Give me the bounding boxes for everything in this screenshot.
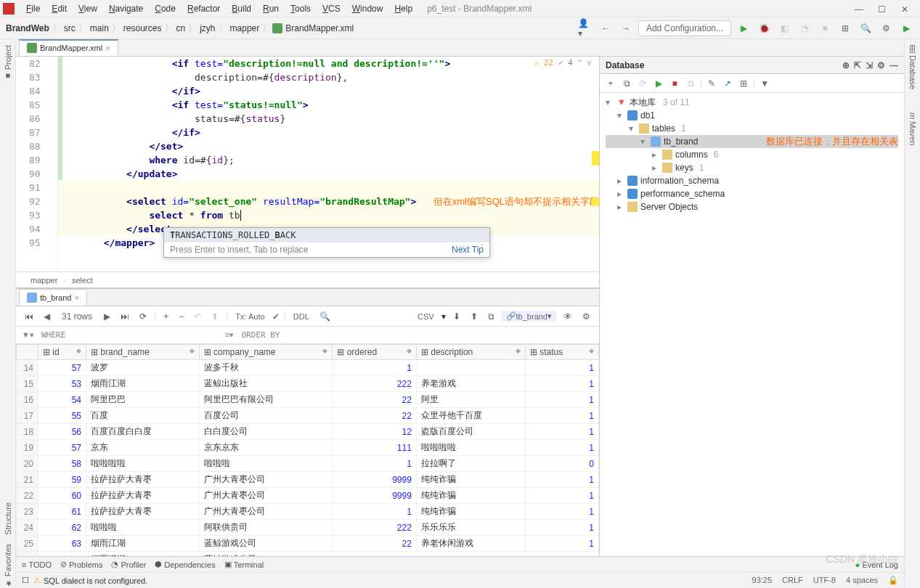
tab-close-icon[interactable]: × [105,44,110,52]
line-separator[interactable]: CRLF [782,576,803,585]
menu-code[interactable]: Code [149,2,182,15]
database-tool-button[interactable]: 🗄 Database [908,45,917,89]
terminal-tool[interactable]: ▣ Terminal [224,560,264,569]
problems-tool[interactable]: ⊘ Problems [60,560,102,569]
last-page-icon[interactable]: ⏭ [118,310,132,323]
menu-file[interactable]: File [20,2,46,15]
table-row[interactable]: 1856百度百度白白度白白度公司12盗版百度公司1 [17,424,599,440]
download-icon[interactable]: ⬇ [450,310,463,323]
autocomplete-popup[interactable]: TRANSACTIONS_ROLLED_BACK Press Enter to … [163,227,490,258]
close-button[interactable]: ✕ [901,4,910,13]
readonly-icon[interactable]: 🔓 [888,576,898,585]
event-log[interactable]: ● Event Log [855,560,898,569]
crumb-2[interactable]: main [90,23,109,33]
copy-icon[interactable]: ⧉ [485,310,497,323]
coverage-icon[interactable]: ◧ [776,20,792,36]
debug-icon[interactable]: 🐞 [756,20,772,36]
menu-vcs[interactable]: VCS [317,2,346,15]
menu-run[interactable]: Run [257,2,285,15]
crumb-3[interactable]: resources [123,23,162,33]
orderby-label[interactable]: ORDER BY [241,330,280,340]
database-tree[interactable]: ▾🔻本地库3 of 11 ▾db1 ▾tables1 ▾tb_brand数据库已… [600,93,904,556]
expand-icon[interactable]: ⇱ [854,60,861,70]
stop-icon[interactable]: ■ [817,20,833,36]
todo-tool[interactable]: ≡ TODO [22,560,52,569]
table-row[interactable]: 2159拉萨拉萨大青枣广州大青枣公司9999纯纯诈骗1 [17,472,599,488]
result-tab[interactable]: tb_brand × [19,289,87,306]
table-row[interactable]: 2361拉萨拉萨大青枣广州大青枣公司1纯纯诈骗1 [17,504,599,520]
add-configuration-button[interactable]: Add Configuration... [638,20,731,36]
maven-tool[interactable]: m Maven [908,113,917,145]
menu-window[interactable]: Window [346,2,389,15]
col-status[interactable]: ⊞ status ◆ [525,345,598,360]
first-page-icon[interactable]: ⏮ [22,310,36,323]
autocomplete-item[interactable]: TRANSACTIONS_ROLLED_BACK [164,228,489,242]
commit-icon[interactable]: ⬆ [208,310,221,323]
dependencies-tool[interactable]: ⬢ Dependencies [155,560,215,569]
project-tool[interactable]: ■ Project [4,45,12,81]
diff-icon[interactable]: ⧉ [684,77,697,90]
col-company_name[interactable]: ⊞ company_name ◆ [199,345,333,360]
panel-settings-icon[interactable]: ⚙ [877,60,885,70]
settings-table-icon[interactable]: ⚙ [579,310,593,323]
table-row[interactable]: 2058啦啦啦啦啦啦啦1拉拉啊了0 [17,456,599,472]
fold-column[interactable] [49,57,59,271]
file-encoding[interactable]: UTF-8 [813,576,836,585]
target-icon[interactable]: ⊕ [842,60,850,70]
menu-help[interactable]: Help [388,2,418,15]
tab-close-icon[interactable]: × [74,293,78,302]
collapse-icon[interactable]: ⇲ [866,60,873,70]
crumb-5[interactable]: jzyh [200,23,215,33]
menu-build[interactable]: Build [226,2,257,15]
crumb-7[interactable]: BrandMapper.xml [285,23,354,33]
user-icon[interactable]: 👤▾ [577,20,593,36]
filter-icon[interactable]: ▼▾ [22,330,34,340]
menu-navigate[interactable]: Navigate [103,2,149,15]
caret-position[interactable]: 93:25 [752,576,773,585]
run-icon[interactable]: ▶ [736,20,752,36]
new-console-icon[interactable]: ✎ [705,77,718,90]
copy-ds-icon[interactable]: ⧉ [620,77,633,90]
table-chip[interactable]: 🔗 tb_brand ▾ [502,311,556,322]
filter-ds-icon[interactable]: ▼ [758,77,771,90]
maximize-button[interactable]: ☐ [878,4,887,13]
structure-icon[interactable]: ⊞ [837,20,853,36]
menu-edit[interactable]: Edit [46,2,73,15]
run-sql-icon[interactable]: ▶ [652,77,665,90]
crumb-6[interactable]: mapper [230,23,260,33]
menu-tools[interactable]: Tools [285,2,317,15]
status-icon[interactable]: ☐ [22,576,29,585]
refresh-icon[interactable]: ⟳ [137,310,150,323]
sync-icon[interactable]: ⟳ [636,77,649,90]
col-brand_name[interactable]: ⊞ brand_name ◆ [86,345,200,360]
view-icon[interactable]: 👁 [561,310,575,323]
revert-icon[interactable]: ↶ [191,310,204,323]
editor-breadcrumb[interactable]: mapper › select [16,271,599,287]
editor-tab-brandmapper[interactable]: BrandMapper.xml × [19,39,118,56]
crumb-1[interactable]: src [64,23,76,33]
remove-row-icon[interactable]: − [176,310,187,323]
export-format[interactable]: CSV [415,311,437,322]
settings-icon[interactable]: ⚙ [878,20,894,36]
crumb-0[interactable]: BrandWeb [6,23,49,33]
indent-info[interactable]: 4 spaces [846,576,878,585]
col-id[interactable]: ⊞ id ◆ [38,345,86,360]
table-row[interactable]: 1654阿里巴巴阿里巴巴有限公司22阿里1 [17,392,599,408]
favorites-tool[interactable]: ★ Favorites [3,544,12,588]
back-icon[interactable]: ← [598,20,614,36]
tx-mode[interactable]: Tx: Auto [232,311,267,322]
autocomplete-more-icon[interactable]: ⋮ [478,242,487,253]
upload-icon[interactable]: ⬆ [468,310,481,323]
status-message[interactable]: SQL dialect is not configured. [44,576,147,585]
col-description[interactable]: ⊞ description ◆ [416,345,525,360]
data-grid[interactable]: ⊞ id ◆⊞ brand_name ◆⊞ company_name ◆⊞ or… [16,344,599,556]
table-row[interactable]: 1553烟雨江湖蓝鲸出版社222养老游戏1 [17,376,599,392]
ddl-button[interactable]: DDL [290,311,312,322]
profile-icon[interactable]: ◔ [797,20,813,36]
menu-refactor[interactable]: Refactor [182,2,226,15]
next-page-icon[interactable]: ▶ [101,310,113,323]
stop-sql-icon[interactable]: ■ [668,77,681,90]
table-row[interactable]: 2260拉萨拉萨大青枣广州大青枣公司9999纯纯诈骗1 [17,488,599,504]
hide-icon[interactable]: — [890,60,898,70]
add-datasource-icon[interactable]: + [604,77,617,90]
